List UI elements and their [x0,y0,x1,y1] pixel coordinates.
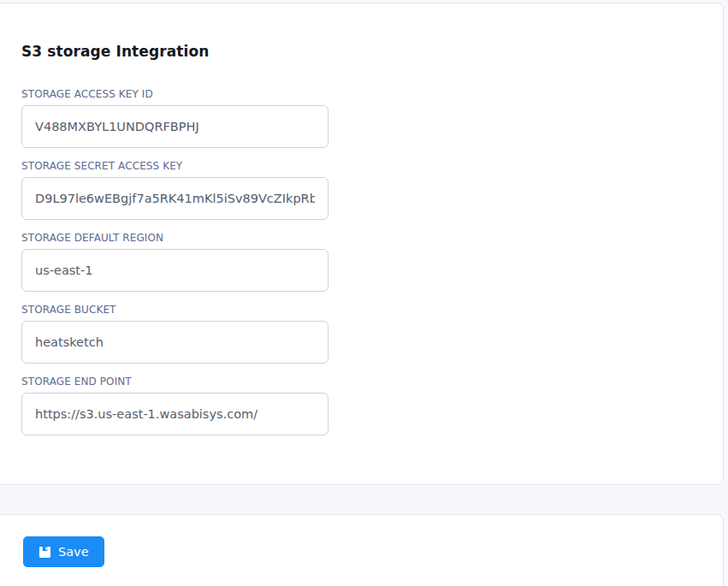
storage-end-point-input[interactable] [21,393,328,435]
s3-integration-card: S3 storage Integration STORAGE ACCESS KE… [0,3,724,485]
storage-default-region-input[interactable] [21,249,328,292]
s3-settings-form: STORAGE ACCESS KEY ID STORAGE SECRET ACC… [21,89,723,435]
field-label: STORAGE ACCESS KEY ID [21,89,328,99]
field-label: STORAGE SECRET ACCESS KEY [21,161,328,171]
storage-bucket-input[interactable] [21,321,328,364]
form-actions-card: Save [0,514,724,586]
field-label: STORAGE BUCKET [21,305,328,315]
floppy-disk-icon [38,546,51,559]
storage-access-key-id-input[interactable] [21,105,328,148]
storage-secret-access-key-input[interactable] [21,177,328,220]
form-group: STORAGE BUCKET [21,305,328,364]
field-label: STORAGE END POINT [21,376,328,387]
page-title: S3 storage Integration [21,44,723,60]
save-button[interactable]: Save [23,536,104,567]
form-group: STORAGE SECRET ACCESS KEY [21,161,328,220]
form-group: STORAGE ACCESS KEY ID [21,89,328,148]
s3-storage-settings-page: S3 storage Integration STORAGE ACCESS KE… [0,0,728,586]
form-group: STORAGE DEFAULT REGION [21,233,328,292]
form-group: STORAGE END POINT [21,376,328,435]
save-button-label: Save [58,545,89,559]
field-label: STORAGE DEFAULT REGION [21,233,328,243]
